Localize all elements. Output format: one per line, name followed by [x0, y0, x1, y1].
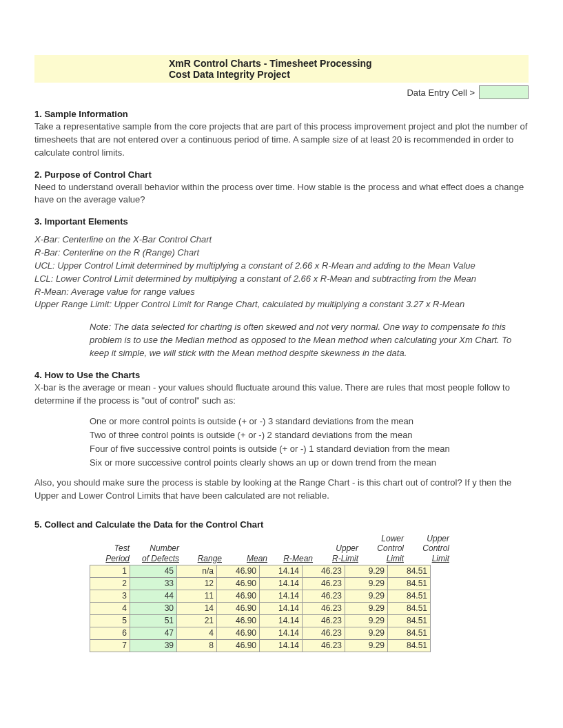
data-table: 145n/a46.9014.1446.239.2984.512331246.90…: [90, 565, 431, 652]
cell-rmean: 14.14: [260, 590, 303, 602]
data-entry-label: Data Entry Cell >: [407, 87, 475, 98]
rule-3: Four of five successive control points i…: [90, 442, 529, 456]
cell-range: 12: [177, 577, 217, 590]
table-row: 5512146.9014.1446.239.2984.51: [90, 614, 431, 627]
section-2-heading: 2. Purpose of Control Chart: [34, 169, 529, 180]
cell-rmean: 14.14: [260, 639, 303, 652]
cell-lcl: 9.29: [345, 590, 388, 602]
cell-ucl: 84.51: [388, 627, 431, 639]
cell-mean: 46.90: [217, 627, 260, 639]
cell-range: 14: [177, 602, 217, 614]
cell-ucl: 84.51: [388, 614, 431, 627]
def-lcl: LCL: Lower Control Limit determined by m…: [34, 273, 529, 286]
data-entry-cell[interactable]: [479, 85, 529, 99]
table-row: 2331246.9014.1446.239.2984.51: [90, 577, 431, 590]
th-upper-r-limit: Upper R-Limit: [316, 534, 361, 565]
section-3-heading: 3. Important Elements: [34, 216, 529, 227]
title-bar: XmR Control Charts - Timesheet Processin…: [34, 55, 529, 83]
cell-period: 5: [90, 614, 130, 627]
cell-ucl: 84.51: [388, 590, 431, 602]
rule-4: Six or more successive control points cl…: [90, 456, 529, 470]
cell-range: n/a: [177, 565, 217, 577]
cell-mean: 46.90: [217, 565, 260, 577]
cell-ucl: 84.51: [388, 639, 431, 652]
table-header-row: Test Period Number of Defects Range Mean…: [90, 534, 529, 565]
cell-period: 3: [90, 590, 130, 602]
title-line-1: XmR Control Charts - Timesheet Processin…: [34, 58, 529, 69]
definitions-block: X-Bar: Centerline on the X-Bar Control C…: [34, 233, 529, 311]
cell-range: 8: [177, 639, 217, 652]
section-4-outro: Also, you should make sure the process i…: [34, 477, 529, 503]
cell-rmean: 14.14: [260, 602, 303, 614]
cell-period: 6: [90, 627, 130, 639]
table-row: 3441146.9014.1446.239.2984.51: [90, 590, 431, 602]
cell-upper-r-limit: 46.23: [303, 577, 345, 590]
th-range: Range: [182, 534, 225, 565]
cell-period: 4: [90, 602, 130, 614]
cell-lcl: 9.29: [345, 602, 388, 614]
cell-lcl: 9.29: [345, 577, 388, 590]
cell-lcl: 9.29: [345, 565, 388, 577]
th-number-of-defects: Number of Defects: [132, 534, 182, 565]
th-test-period: Test Period: [90, 534, 132, 565]
cell-ucl: 84.51: [388, 577, 431, 590]
rule-2: Two of three control points is outside (…: [90, 428, 529, 442]
section-4-heading: 4. How to Use the Charts: [34, 370, 529, 380]
cell-mean: 46.90: [217, 602, 260, 614]
cell-defects[interactable]: 47: [130, 627, 177, 639]
section-4-intro: X-bar is the average or mean - your valu…: [34, 382, 529, 408]
document-page: XmR Control Charts - Timesheet Processin…: [0, 0, 563, 680]
data-entry-row: Data Entry Cell >: [34, 85, 529, 99]
cell-lcl: 9.29: [345, 627, 388, 639]
cell-upper-r-limit: 46.23: [303, 627, 345, 639]
cell-mean: 46.90: [217, 577, 260, 590]
th-lower-control-limit: Lower Control Limit: [361, 534, 407, 565]
cell-rmean: 14.14: [260, 614, 303, 627]
cell-period: 2: [90, 577, 130, 590]
table-row: 739846.9014.1446.239.2984.51: [90, 639, 431, 652]
cell-defects[interactable]: 51: [130, 614, 177, 627]
def-rbar: R-Bar: Centerline on the R (Range) Chart: [34, 247, 529, 260]
data-table-wrap: Test Period Number of Defects Range Mean…: [90, 534, 529, 652]
note-block: Note: The data selected for charting is …: [90, 321, 529, 360]
cell-ucl: 84.51: [388, 565, 431, 577]
table-row: 4301446.9014.1446.239.2984.51: [90, 602, 431, 614]
th-r-mean: R-Mean: [270, 534, 316, 565]
cell-rmean: 14.14: [260, 627, 303, 639]
title-line-2: Cost Data Integrity Project: [34, 69, 529, 80]
cell-rmean: 14.14: [260, 565, 303, 577]
rules-block: One or more control points is outside (+…: [90, 415, 529, 470]
cell-range: 21: [177, 614, 217, 627]
section-1-text: Take a representative sample from the co…: [34, 121, 529, 160]
table-row: 145n/a46.9014.1446.239.2984.51: [90, 565, 431, 577]
def-xbar: X-Bar: Centerline on the X-Bar Control C…: [34, 233, 529, 247]
cell-rmean: 14.14: [260, 577, 303, 590]
rule-1: One or more control points is outside (+…: [90, 415, 529, 428]
def-ucl: UCL: Upper Control Limit determined by m…: [34, 260, 529, 273]
cell-lcl: 9.29: [345, 639, 388, 652]
cell-upper-r-limit: 46.23: [303, 590, 345, 602]
cell-defects[interactable]: 44: [130, 590, 177, 602]
cell-range: 11: [177, 590, 217, 602]
th-upper-control-limit: Upper Control Limit: [407, 534, 452, 565]
cell-upper-r-limit: 46.23: [303, 639, 345, 652]
cell-upper-r-limit: 46.23: [303, 565, 345, 577]
cell-ucl: 84.51: [388, 602, 431, 614]
section-1-heading: 1. Sample Information: [34, 109, 529, 119]
cell-upper-r-limit: 46.23: [303, 614, 345, 627]
cell-defects[interactable]: 33: [130, 577, 177, 590]
cell-mean: 46.90: [217, 614, 260, 627]
cell-upper-r-limit: 46.23: [303, 602, 345, 614]
def-upper-range-limit: Upper Range Limit: Upper Control Limit f…: [34, 298, 529, 311]
cell-defects[interactable]: 39: [130, 639, 177, 652]
section-5-heading: 5. Collect and Calculate the Data for th…: [34, 519, 529, 530]
def-rmean: R-Mean: Average value for range values: [34, 286, 529, 299]
cell-mean: 46.90: [217, 639, 260, 652]
cell-period: 7: [90, 639, 130, 652]
cell-defects[interactable]: 45: [130, 565, 177, 577]
th-mean: Mean: [225, 534, 270, 565]
cell-range: 4: [177, 627, 217, 639]
cell-defects[interactable]: 30: [130, 602, 177, 614]
table-row: 647446.9014.1446.239.2984.51: [90, 627, 431, 639]
cell-period: 1: [90, 565, 130, 577]
